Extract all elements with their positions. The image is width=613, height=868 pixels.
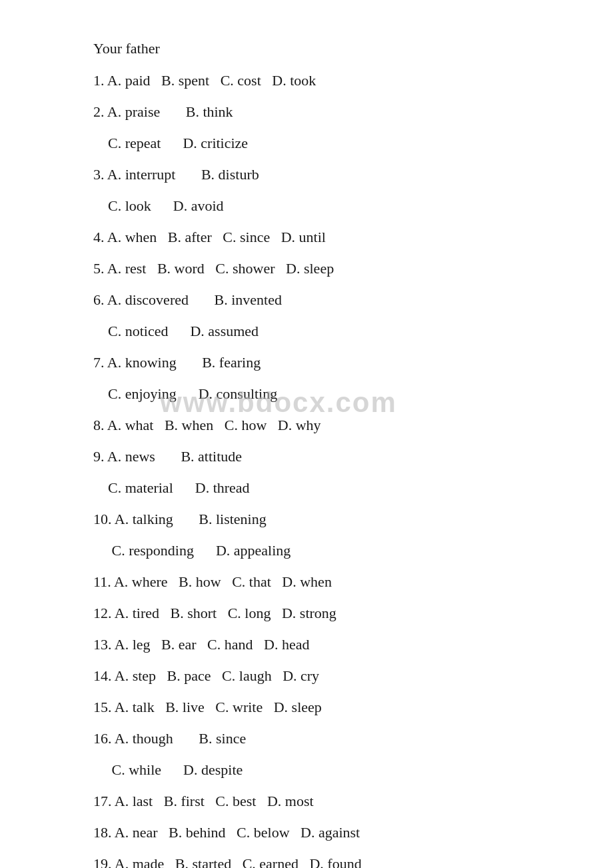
intro-line: Your father <box>93 40 533 57</box>
q9a-options: A. news B. attitude <box>107 448 242 465</box>
q12: 12. A. tired B. short C. long D. strong <box>93 602 533 624</box>
q16a-options: A. though B. since <box>115 730 246 747</box>
q7a-options: A. knowing B. fearing <box>107 354 261 371</box>
q8-options: A. what B. when C. how D. why <box>107 417 321 433</box>
q9b-options: C. material D. thread <box>93 479 250 496</box>
q6b-options: C. noticed D. assumed <box>93 323 259 339</box>
q16b: C. while D. despite <box>93 759 533 781</box>
q5-num: 5. <box>93 260 107 277</box>
q10a-num: 10. <box>93 511 115 527</box>
q6a-options: A. discovered B. invented <box>107 291 282 308</box>
q15-num: 15. <box>93 699 115 715</box>
q5: 5. A. rest B. word C. shower D. sleep <box>93 257 533 279</box>
q3a: 3. A. interrupt B. disturb <box>93 163 533 185</box>
page-container: www.bdocx.com Your father 1. A. paid B. … <box>0 0 613 868</box>
q1-num: 1. <box>93 72 107 89</box>
q5-options: A. rest B. word C. shower D. sleep <box>107 260 334 277</box>
q18: 18. A. near B. behind C. below D. agains… <box>93 821 533 843</box>
q2a-options: A. praise B. think <box>107 103 233 120</box>
q14: 14. A. step B. pace C. laugh D. cry <box>93 665 533 687</box>
q16a-num: 16. <box>93 730 115 747</box>
q9a: 9. A. news B. attitude <box>93 445 533 467</box>
q19-num: 19. <box>93 855 115 868</box>
q10b-options: C. responding D. appealing <box>93 542 291 559</box>
q2b-options: C. repeat D. criticize <box>93 135 248 151</box>
q4: 4. A. when B. after C. since D. until <box>93 226 533 248</box>
q11: 11. A. where B. how C. that D. when <box>93 571 533 593</box>
q7a-num: 7. <box>93 354 107 371</box>
q16a: 16. A. though B. since <box>93 727 533 749</box>
q15-options: A. talk B. live C. write D. sleep <box>115 699 322 715</box>
q17: 17. A. last B. first C. best D. most <box>93 790 533 812</box>
q4-num: 4. <box>93 229 107 245</box>
q18-num: 18. <box>93 824 115 841</box>
q6b: C. noticed D. assumed <box>93 320 533 342</box>
q9a-num: 9. <box>93 448 107 465</box>
q19-options: A. made B. started C. earned D. found <box>115 855 362 868</box>
q19: 19. A. made B. started C. earned D. foun… <box>93 853 533 868</box>
q2a-num: 2. <box>93 103 107 120</box>
q11-num: 11. <box>93 573 114 590</box>
q7a: 7. A. knowing B. fearing <box>93 351 533 373</box>
q3a-options: A. interrupt B. disturb <box>107 166 259 183</box>
q7b-options: C. enjoying D. consulting <box>93 385 277 402</box>
q8: 8. A. what B. when C. how D. why <box>93 414 533 436</box>
q13-num: 13. <box>93 636 115 653</box>
q8-num: 8. <box>93 417 107 433</box>
q9b: C. material D. thread <box>93 477 533 499</box>
q3b: C. look D. avoid <box>93 195 533 217</box>
q18-options: A. near B. behind C. below D. against <box>115 824 360 841</box>
q13-options: A. leg B. ear C. hand D. head <box>115 636 310 653</box>
q4-options: A. when B. after C. since D. until <box>107 229 326 245</box>
q12-num: 12. <box>93 605 115 621</box>
q6a: 6. A. discovered B. invented <box>93 289 533 311</box>
q6a-num: 6. <box>93 291 107 308</box>
q14-options: A. step B. pace C. laugh D. cry <box>115 667 319 684</box>
q17-num: 17. <box>93 793 115 809</box>
q13: 13. A. leg B. ear C. hand D. head <box>93 633 533 655</box>
q10b: C. responding D. appealing <box>93 539 533 561</box>
q11-options: A. where B. how C. that D. when <box>114 573 332 590</box>
q16b-options: C. while D. despite <box>93 761 243 778</box>
q12-options: A. tired B. short C. long D. strong <box>115 605 336 621</box>
q15: 15. A. talk B. live C. write D. sleep <box>93 696 533 718</box>
q3b-options: C. look D. avoid <box>93 197 224 214</box>
q10a: 10. A. talking B. listening <box>93 508 533 530</box>
q14-num: 14. <box>93 667 115 684</box>
q2a: 2. A. praise B. think <box>93 101 533 123</box>
q17-options: A. last B. first C. best D. most <box>115 793 314 809</box>
q1-options: A. paid B. spent C. cost D. took <box>107 72 316 89</box>
q7b: C. enjoying D. consulting <box>93 383 533 405</box>
q10a-options: A. talking B. listening <box>115 511 267 527</box>
q2b: C. repeat D. criticize <box>93 132 533 154</box>
q1: 1. A. paid B. spent C. cost D. took <box>93 69 533 91</box>
q3a-num: 3. <box>93 166 107 183</box>
